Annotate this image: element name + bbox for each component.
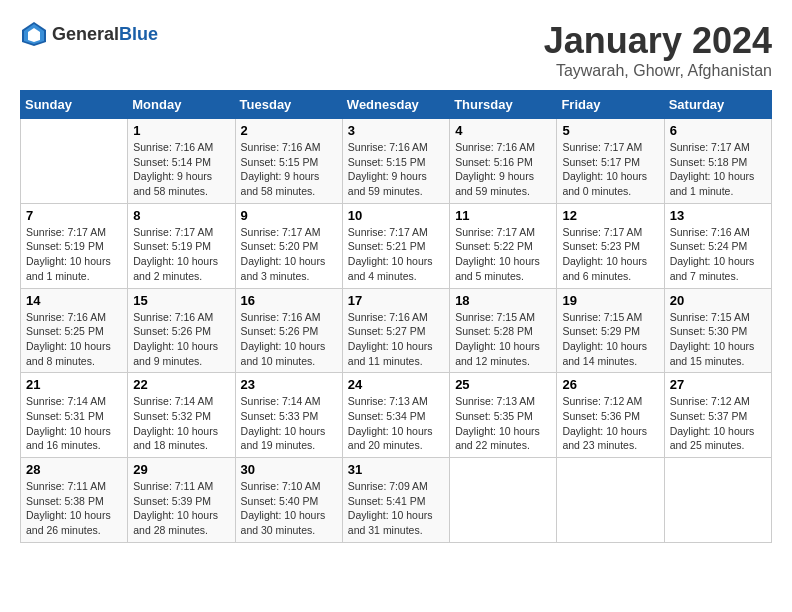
day-number: 9	[241, 208, 337, 223]
day-detail: Sunrise: 7:14 AMSunset: 5:31 PMDaylight:…	[26, 394, 122, 453]
page-header: GeneralBlue January 2024 Taywarah, Ghowr…	[20, 20, 772, 80]
day-number: 22	[133, 377, 229, 392]
day-number: 24	[348, 377, 444, 392]
day-detail: Sunrise: 7:16 AMSunset: 5:15 PMDaylight:…	[241, 140, 337, 199]
calendar-cell: 18Sunrise: 7:15 AMSunset: 5:28 PMDayligh…	[450, 288, 557, 373]
calendar-cell: 16Sunrise: 7:16 AMSunset: 5:26 PMDayligh…	[235, 288, 342, 373]
week-row-3: 14Sunrise: 7:16 AMSunset: 5:25 PMDayligh…	[21, 288, 772, 373]
day-detail: Sunrise: 7:13 AMSunset: 5:34 PMDaylight:…	[348, 394, 444, 453]
calendar-cell: 15Sunrise: 7:16 AMSunset: 5:26 PMDayligh…	[128, 288, 235, 373]
month-title: January 2024	[544, 20, 772, 62]
day-detail: Sunrise: 7:16 AMSunset: 5:26 PMDaylight:…	[241, 310, 337, 369]
location-title: Taywarah, Ghowr, Afghanistan	[544, 62, 772, 80]
day-number: 3	[348, 123, 444, 138]
header-friday: Friday	[557, 91, 664, 119]
day-number: 1	[133, 123, 229, 138]
calendar-cell: 8Sunrise: 7:17 AMSunset: 5:19 PMDaylight…	[128, 203, 235, 288]
calendar-cell: 9Sunrise: 7:17 AMSunset: 5:20 PMDaylight…	[235, 203, 342, 288]
calendar-cell: 10Sunrise: 7:17 AMSunset: 5:21 PMDayligh…	[342, 203, 449, 288]
day-detail: Sunrise: 7:13 AMSunset: 5:35 PMDaylight:…	[455, 394, 551, 453]
day-detail: Sunrise: 7:15 AMSunset: 5:28 PMDaylight:…	[455, 310, 551, 369]
calendar-cell: 24Sunrise: 7:13 AMSunset: 5:34 PMDayligh…	[342, 373, 449, 458]
day-detail: Sunrise: 7:17 AMSunset: 5:20 PMDaylight:…	[241, 225, 337, 284]
day-detail: Sunrise: 7:16 AMSunset: 5:15 PMDaylight:…	[348, 140, 444, 199]
day-number: 13	[670, 208, 766, 223]
calendar-cell	[664, 458, 771, 543]
day-number: 18	[455, 293, 551, 308]
day-number: 4	[455, 123, 551, 138]
calendar-cell: 6Sunrise: 7:17 AMSunset: 5:18 PMDaylight…	[664, 119, 771, 204]
calendar-cell: 27Sunrise: 7:12 AMSunset: 5:37 PMDayligh…	[664, 373, 771, 458]
day-detail: Sunrise: 7:11 AMSunset: 5:38 PMDaylight:…	[26, 479, 122, 538]
day-detail: Sunrise: 7:16 AMSunset: 5:26 PMDaylight:…	[133, 310, 229, 369]
logo-text: GeneralBlue	[52, 24, 158, 45]
day-number: 14	[26, 293, 122, 308]
week-row-1: 1Sunrise: 7:16 AMSunset: 5:14 PMDaylight…	[21, 119, 772, 204]
day-detail: Sunrise: 7:12 AMSunset: 5:36 PMDaylight:…	[562, 394, 658, 453]
calendar-cell: 14Sunrise: 7:16 AMSunset: 5:25 PMDayligh…	[21, 288, 128, 373]
day-number: 25	[455, 377, 551, 392]
day-detail: Sunrise: 7:11 AMSunset: 5:39 PMDaylight:…	[133, 479, 229, 538]
header-monday: Monday	[128, 91, 235, 119]
logo: GeneralBlue	[20, 20, 158, 48]
calendar-cell: 11Sunrise: 7:17 AMSunset: 5:22 PMDayligh…	[450, 203, 557, 288]
day-detail: Sunrise: 7:17 AMSunset: 5:21 PMDaylight:…	[348, 225, 444, 284]
day-detail: Sunrise: 7:16 AMSunset: 5:24 PMDaylight:…	[670, 225, 766, 284]
day-number: 15	[133, 293, 229, 308]
day-number: 26	[562, 377, 658, 392]
day-detail: Sunrise: 7:16 AMSunset: 5:25 PMDaylight:…	[26, 310, 122, 369]
day-detail: Sunrise: 7:17 AMSunset: 5:19 PMDaylight:…	[133, 225, 229, 284]
calendar-cell: 23Sunrise: 7:14 AMSunset: 5:33 PMDayligh…	[235, 373, 342, 458]
day-number: 6	[670, 123, 766, 138]
calendar-body: 1Sunrise: 7:16 AMSunset: 5:14 PMDaylight…	[21, 119, 772, 543]
calendar-cell	[557, 458, 664, 543]
day-detail: Sunrise: 7:10 AMSunset: 5:40 PMDaylight:…	[241, 479, 337, 538]
logo-general: General	[52, 24, 119, 44]
calendar-cell: 29Sunrise: 7:11 AMSunset: 5:39 PMDayligh…	[128, 458, 235, 543]
calendar-cell: 25Sunrise: 7:13 AMSunset: 5:35 PMDayligh…	[450, 373, 557, 458]
day-number: 8	[133, 208, 229, 223]
day-number: 10	[348, 208, 444, 223]
calendar-cell: 7Sunrise: 7:17 AMSunset: 5:19 PMDaylight…	[21, 203, 128, 288]
calendar-cell: 1Sunrise: 7:16 AMSunset: 5:14 PMDaylight…	[128, 119, 235, 204]
calendar-cell: 3Sunrise: 7:16 AMSunset: 5:15 PMDaylight…	[342, 119, 449, 204]
header-wednesday: Wednesday	[342, 91, 449, 119]
day-detail: Sunrise: 7:14 AMSunset: 5:32 PMDaylight:…	[133, 394, 229, 453]
logo-blue: Blue	[119, 24, 158, 44]
logo-icon	[20, 20, 48, 48]
day-detail: Sunrise: 7:17 AMSunset: 5:22 PMDaylight:…	[455, 225, 551, 284]
week-row-2: 7Sunrise: 7:17 AMSunset: 5:19 PMDaylight…	[21, 203, 772, 288]
calendar-cell: 22Sunrise: 7:14 AMSunset: 5:32 PMDayligh…	[128, 373, 235, 458]
day-number: 16	[241, 293, 337, 308]
day-number: 2	[241, 123, 337, 138]
calendar-cell: 5Sunrise: 7:17 AMSunset: 5:17 PMDaylight…	[557, 119, 664, 204]
calendar-cell	[21, 119, 128, 204]
day-number: 28	[26, 462, 122, 477]
day-number: 20	[670, 293, 766, 308]
day-detail: Sunrise: 7:16 AMSunset: 5:14 PMDaylight:…	[133, 140, 229, 199]
day-number: 19	[562, 293, 658, 308]
header-saturday: Saturday	[664, 91, 771, 119]
calendar-cell: 31Sunrise: 7:09 AMSunset: 5:41 PMDayligh…	[342, 458, 449, 543]
day-number: 17	[348, 293, 444, 308]
week-row-5: 28Sunrise: 7:11 AMSunset: 5:38 PMDayligh…	[21, 458, 772, 543]
header-sunday: Sunday	[21, 91, 128, 119]
day-number: 21	[26, 377, 122, 392]
day-number: 5	[562, 123, 658, 138]
day-number: 27	[670, 377, 766, 392]
header-tuesday: Tuesday	[235, 91, 342, 119]
day-detail: Sunrise: 7:16 AMSunset: 5:16 PMDaylight:…	[455, 140, 551, 199]
calendar-cell: 12Sunrise: 7:17 AMSunset: 5:23 PMDayligh…	[557, 203, 664, 288]
day-detail: Sunrise: 7:17 AMSunset: 5:18 PMDaylight:…	[670, 140, 766, 199]
calendar-cell: 20Sunrise: 7:15 AMSunset: 5:30 PMDayligh…	[664, 288, 771, 373]
day-detail: Sunrise: 7:14 AMSunset: 5:33 PMDaylight:…	[241, 394, 337, 453]
calendar-cell: 28Sunrise: 7:11 AMSunset: 5:38 PMDayligh…	[21, 458, 128, 543]
day-number: 31	[348, 462, 444, 477]
day-number: 30	[241, 462, 337, 477]
day-detail: Sunrise: 7:12 AMSunset: 5:37 PMDaylight:…	[670, 394, 766, 453]
header-thursday: Thursday	[450, 91, 557, 119]
calendar-cell: 19Sunrise: 7:15 AMSunset: 5:29 PMDayligh…	[557, 288, 664, 373]
calendar-cell: 30Sunrise: 7:10 AMSunset: 5:40 PMDayligh…	[235, 458, 342, 543]
week-row-4: 21Sunrise: 7:14 AMSunset: 5:31 PMDayligh…	[21, 373, 772, 458]
calendar-table: SundayMondayTuesdayWednesdayThursdayFrid…	[20, 90, 772, 543]
